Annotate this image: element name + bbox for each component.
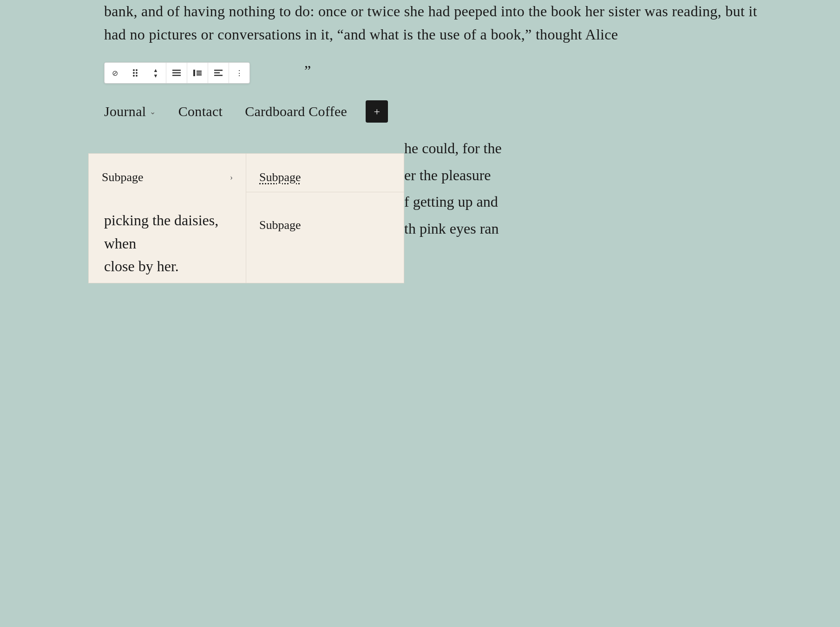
page-content: bank, and of having nothing to do: once …: [0, 0, 840, 627]
nav-add-icon: +: [374, 105, 380, 118]
nav-item-contact[interactable]: Contact: [167, 100, 234, 123]
dropdown-panel-right: Subpage Subpage: [246, 153, 404, 283]
toolbar-group-1: ⊘ ▲▼: [105, 63, 166, 83]
closing-quote: ”: [304, 62, 311, 79]
text-block-top: bank, and of having nothing to do: once …: [104, 0, 770, 46]
svg-point-2: [133, 72, 135, 74]
body-text-right-2: er the pleasure: [404, 164, 770, 187]
nav-journal-chevron: ⌄: [150, 107, 156, 116]
svg-point-5: [136, 75, 138, 77]
more-options-button[interactable]: ⋮: [229, 63, 249, 83]
svg-rect-10: [197, 71, 202, 72]
dropdown-item-subpage-1[interactable]: Subpage ›: [89, 163, 246, 192]
svg-point-3: [136, 72, 138, 74]
toolbar-group-5: ⋮: [229, 63, 249, 83]
dropdown-item-subpage-2[interactable]: Subpage: [246, 163, 404, 192]
dropdown-subpage-1-chevron: ›: [230, 173, 233, 183]
body-text-lower-left-2: close by her.: [104, 255, 248, 278]
nav-add-button[interactable]: +: [366, 100, 388, 123]
dropdown-subpage-1-label: Subpage: [102, 170, 144, 184]
svg-rect-14: [214, 72, 220, 74]
svg-rect-8: [172, 75, 181, 76]
align-button[interactable]: [166, 63, 187, 83]
toolbar: ⊘ ▲▼: [104, 62, 250, 84]
svg-point-4: [133, 75, 135, 77]
toolbar-group-3: [187, 63, 208, 83]
toolbar-group-4: [208, 63, 229, 83]
svg-rect-11: [197, 72, 202, 74]
toolbar-group-2: [166, 63, 187, 83]
body-text-top: bank, and of having nothing to do: once …: [104, 0, 770, 46]
dropdown-subpage-2-label: Subpage: [259, 170, 301, 184]
svg-rect-15: [214, 75, 223, 76]
dropdown-item-subpage-3[interactable]: Subpage: [246, 211, 404, 240]
drag-handle-button[interactable]: [125, 63, 145, 83]
nav-item-cardboard-coffee[interactable]: Cardboard Coffee: [234, 100, 358, 123]
svg-point-0: [133, 69, 135, 71]
body-text-right-1: he could, for the: [404, 137, 770, 160]
nav-contact-label: Contact: [178, 104, 223, 119]
svg-rect-12: [197, 74, 202, 76]
no-entry-button[interactable]: ⊘: [105, 63, 125, 83]
nav-item-journal[interactable]: Journal ⌄: [104, 100, 167, 123]
indent-button[interactable]: [187, 63, 208, 83]
nav-bar: Journal ⌄ Contact Cardboard Coffee +: [104, 100, 388, 123]
text-block-lower-left: picking the daisies, when close by her.: [104, 209, 248, 278]
body-text-right-4: th pink eyes ran: [404, 217, 770, 241]
svg-rect-9: [193, 70, 195, 76]
nav-cardboard-coffee-label: Cardboard Coffee: [245, 104, 347, 119]
svg-rect-13: [214, 70, 223, 71]
svg-rect-7: [172, 72, 181, 74]
svg-point-1: [136, 69, 138, 71]
nav-journal-label: Journal: [104, 104, 146, 119]
body-text-lower-left-1: picking the daisies, when: [104, 209, 248, 255]
chevron-updown-button[interactable]: ▲▼: [145, 63, 166, 83]
svg-rect-6: [172, 70, 181, 71]
text-block-right-top: he could, for the er the pleasure f gett…: [404, 137, 770, 240]
dropdown-subpage-3-label: Subpage: [259, 218, 301, 232]
body-text-right-3: f getting up and: [404, 190, 770, 214]
align-left-button[interactable]: [208, 63, 229, 83]
